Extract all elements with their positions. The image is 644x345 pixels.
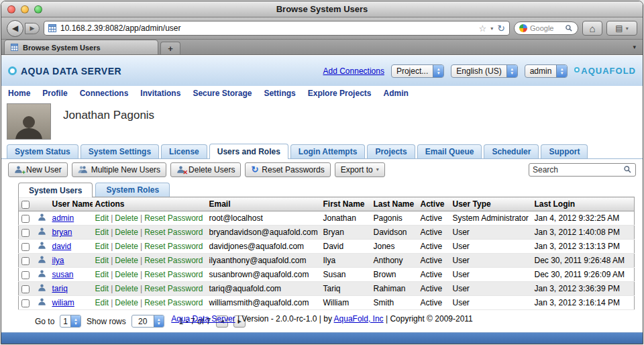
delete-link[interactable]: Delete [115, 256, 138, 265]
username-link[interactable]: susan [52, 270, 74, 279]
tab-projects[interactable]: Projects [367, 144, 415, 158]
browser-tab[interactable]: Browse System Users [4, 40, 158, 54]
username-link[interactable]: tariq [52, 284, 68, 293]
nav-item-home[interactable]: Home [8, 89, 30, 98]
subtab-system-users[interactable]: System Users [18, 183, 93, 197]
row-checkbox[interactable] [21, 243, 30, 251]
reset-password-link[interactable]: Reset Password [144, 213, 203, 223]
column-email[interactable]: Email [207, 197, 321, 211]
reload-icon[interactable]: ↻ [497, 23, 505, 34]
tab-users-and-roles[interactable]: Users and Roles [209, 144, 288, 159]
username-link[interactable]: david [52, 242, 72, 251]
tab-system-settings[interactable]: System Settings [80, 144, 159, 158]
row-checkbox[interactable] [21, 299, 30, 307]
column-active[interactable]: Active [418, 197, 450, 211]
export-to-button[interactable]: Export to ▾ [335, 162, 385, 177]
nav-item-admin[interactable]: Admin [383, 89, 408, 98]
row-checkbox[interactable] [21, 271, 30, 279]
user-type-cell: User [450, 268, 532, 282]
edit-link[interactable]: Edit [95, 256, 109, 265]
subtab-system-roles[interactable]: System Roles [95, 183, 170, 197]
reset-password-link[interactable]: Reset Password [144, 270, 203, 279]
home-button[interactable]: ⌂ [582, 21, 602, 36]
username-link[interactable]: bryan [52, 228, 72, 237]
language-select[interactable]: English (US) ▲▼ [451, 64, 517, 78]
delete-link[interactable]: Delete [115, 242, 138, 251]
delete-link[interactable]: Delete [115, 270, 138, 279]
reset-password-link[interactable]: Reset Password [144, 242, 203, 251]
row-checkbox[interactable] [21, 257, 30, 265]
forward-button[interactable]: ▶ [25, 23, 40, 34]
tab-login-attempts[interactable]: Login Attempts [290, 144, 366, 158]
tab-license[interactable]: License [161, 144, 207, 158]
first-name-cell: Jonathan [321, 211, 371, 226]
column-last-name[interactable]: Last Name [371, 197, 418, 211]
aqua-data-server-link[interactable]: Aqua Data Server [171, 314, 235, 324]
add-connections-link[interactable]: Add Connections [323, 66, 384, 76]
tab-list-chevron-icon[interactable]: ▾ [633, 44, 636, 50]
nav-item-settings[interactable]: Settings [264, 89, 295, 98]
column-last-login[interactable]: Last Login [532, 197, 635, 211]
select-all-checkbox[interactable] [21, 201, 30, 209]
bookmark-star-icon[interactable]: ☆ [479, 24, 487, 33]
browser-search-text[interactable]: Google [530, 24, 562, 32]
nav-item-secure-storage[interactable]: Secure Storage [193, 89, 252, 98]
delete-link[interactable]: Delete [115, 284, 138, 293]
delete-link[interactable]: Delete [115, 228, 138, 237]
delete-link[interactable]: Delete [115, 298, 138, 307]
reset-password-link[interactable]: Reset Password [144, 284, 203, 293]
edit-link[interactable]: Edit [95, 228, 109, 237]
new-user-button[interactable]: + New User [8, 162, 68, 177]
row-checkbox[interactable] [21, 215, 30, 223]
edit-link[interactable]: Edit [95, 213, 109, 223]
search-magnifier-icon[interactable] [565, 24, 573, 32]
nav-item-profile[interactable]: Profile [42, 89, 67, 98]
reset-password-link[interactable]: Reset Password [144, 256, 203, 265]
app-header: AQUA DATA SERVER Add Connections Project… [1, 56, 643, 86]
back-button[interactable]: ◀ [7, 20, 23, 37]
column-user-type[interactable]: User Type [450, 197, 532, 211]
minimize-window-button[interactable] [21, 5, 29, 13]
multiple-new-users-button[interactable]: Multiple New Users [72, 162, 166, 177]
tab-system-status[interactable]: System Status [7, 144, 78, 158]
tab-scheduler[interactable]: Scheduler [484, 144, 539, 158]
browser-window: Browse System Users ◀ ▶ 10.168.2.39:8082… [1, 1, 643, 344]
edit-link[interactable]: Edit [95, 270, 109, 279]
url-text[interactable]: 10.168.2.39:8082/app/admin/user [60, 23, 475, 33]
delete-users-button[interactable]: ✕ Delete Users [170, 162, 241, 177]
browser-search-box[interactable]: Google [514, 21, 578, 35]
tab-strip: Browse System Users + ▾ [1, 40, 643, 55]
user-menu-select[interactable]: admin ▲▼ [525, 64, 568, 78]
new-tab-button[interactable]: + [160, 42, 180, 54]
reset-password-link[interactable]: Reset Password [144, 228, 203, 237]
username-link[interactable]: ilya [52, 256, 64, 265]
row-checkbox[interactable] [21, 229, 30, 237]
username-link[interactable]: admin [52, 213, 74, 223]
nav-item-explore-projects[interactable]: Explore Projects [308, 89, 372, 98]
username-link[interactable]: wiliam [52, 298, 74, 307]
row-checkbox[interactable] [21, 285, 30, 293]
zoom-window-button[interactable] [34, 5, 42, 13]
edit-link[interactable]: Edit [95, 242, 109, 251]
url-dropdown-icon[interactable]: ▾ [490, 26, 493, 32]
reset-passwords-button[interactable]: ↻ Reset Passwords [245, 162, 330, 177]
tab-email-queue[interactable]: Email Queue [417, 144, 482, 158]
column-first-name[interactable]: First Name [321, 197, 371, 211]
edit-link[interactable]: Edit [95, 284, 109, 293]
project-select[interactable]: Project... ▲▼ [391, 64, 444, 78]
nav-item-invitations[interactable]: Invitations [140, 89, 180, 98]
aquafold-link[interactable]: AquaFold, Inc [334, 314, 384, 324]
nav-item-connections[interactable]: Connections [80, 89, 129, 98]
url-bar[interactable]: 10.168.2.39:8082/app/admin/user ☆ ▾ ↻ [44, 21, 510, 36]
user-type-cell: System Administrator [450, 211, 532, 226]
search-icon[interactable] [623, 165, 632, 174]
tab-support[interactable]: Support [541, 144, 588, 158]
delete-link[interactable]: Delete [115, 213, 138, 223]
search-input[interactable]: Search [529, 163, 636, 177]
column-user-name[interactable]: User Name [50, 197, 93, 211]
close-window-button[interactable] [7, 5, 15, 13]
reset-password-link[interactable]: Reset Password [144, 298, 203, 307]
tools-button[interactable]: ▤▾ [606, 21, 637, 36]
edit-link[interactable]: Edit [95, 298, 109, 307]
column-actions[interactable]: Actions [93, 197, 207, 211]
